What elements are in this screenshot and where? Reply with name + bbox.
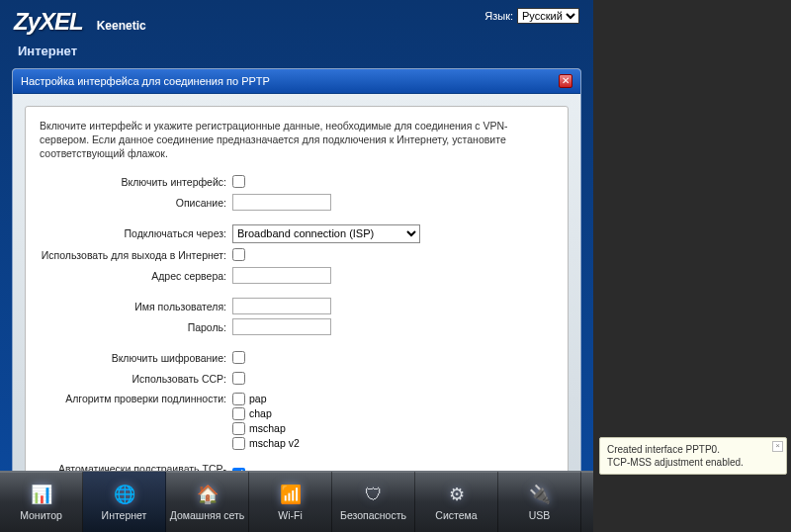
breadcrumb: Интернет bbox=[0, 40, 593, 68]
auth-algo-mschapv2[interactable]: mschap v2 bbox=[232, 437, 300, 450]
ccp-label: Использовать CCP: bbox=[40, 373, 232, 385]
nav-item-home[interactable]: 🏠Домашняя сеть bbox=[166, 472, 249, 532]
panel-titlebar: Настройка интерфейса для соединения по P… bbox=[13, 69, 580, 94]
panel-title-text: Настройка интерфейса для соединения по P… bbox=[21, 75, 270, 87]
encryption-label: Включить шифрование: bbox=[40, 352, 232, 364]
auth-algo-chap[interactable]: chap bbox=[232, 407, 300, 420]
ccp-checkbox[interactable] bbox=[232, 372, 245, 385]
nav-label-usb: USB bbox=[529, 509, 551, 521]
nav-item-wifi[interactable]: 📶Wi-Fi bbox=[249, 472, 332, 532]
toast-line1: Created interface PPTP0. bbox=[607, 443, 768, 456]
password-input[interactable] bbox=[232, 318, 331, 335]
server-address-input[interactable] bbox=[232, 267, 331, 284]
logo-area: ZyXEL Keenetic bbox=[14, 8, 146, 36]
wifi-icon: 📶 bbox=[277, 483, 305, 506]
auth-algo-pap[interactable]: pap bbox=[232, 393, 300, 405]
security-icon: 🛡 bbox=[360, 483, 388, 506]
username-input[interactable] bbox=[232, 298, 331, 314]
description-label: Описание: bbox=[40, 197, 232, 209]
settings-panel: Настройка интерфейса для соединения по P… bbox=[12, 68, 581, 532]
system-icon: ⚙ bbox=[443, 483, 471, 506]
language-selector: Язык: Русский bbox=[484, 8, 579, 24]
nav-label-wifi: Wi-Fi bbox=[278, 509, 303, 521]
nav-label-monitor: Монитор bbox=[20, 509, 62, 521]
notification-toast: × Created interface PPTP0. TCP-MSS adjus… bbox=[599, 437, 787, 475]
nav-item-system[interactable]: ⚙Система bbox=[415, 472, 498, 532]
nav-label-system: Система bbox=[435, 509, 477, 521]
username-label: Имя пользователя: bbox=[40, 301, 232, 312]
nav-item-usb[interactable]: 🔌USB bbox=[498, 472, 581, 532]
auth-algo-list: pap chap mschap mschap v2 bbox=[232, 391, 300, 450]
mschap-checkbox[interactable] bbox=[232, 422, 245, 435]
nav-item-security[interactable]: 🛡Безопасность bbox=[332, 472, 415, 532]
close-icon[interactable]: ✕ bbox=[559, 74, 572, 88]
internet-icon: 🌐 bbox=[111, 483, 138, 506]
model-name: Keenetic bbox=[97, 19, 146, 33]
nav-item-monitor[interactable]: 📊Монитор bbox=[0, 472, 83, 532]
enable-label: Включить интерфейс: bbox=[40, 176, 232, 188]
chap-checkbox[interactable] bbox=[232, 407, 245, 420]
panel-intro: Включите интерфейс и укажите регистрацио… bbox=[40, 119, 554, 161]
pap-checkbox[interactable] bbox=[232, 393, 245, 405]
password-label: Пароль: bbox=[40, 321, 232, 333]
use-for-internet-label: Использовать для выхода в Интернет: bbox=[40, 249, 232, 261]
mschapv2-checkbox[interactable] bbox=[232, 437, 245, 450]
connect-via-label: Подключаться через: bbox=[40, 227, 232, 239]
auth-algo-label: Алгоритм проверки подлинности: bbox=[40, 391, 232, 404]
nav-label-security: Безопасность bbox=[340, 509, 406, 521]
nav-label-home: Домашняя сеть bbox=[170, 509, 245, 521]
home-icon: 🏠 bbox=[194, 483, 221, 506]
use-for-internet-checkbox[interactable] bbox=[232, 248, 245, 261]
toast-close-icon[interactable]: × bbox=[772, 441, 783, 452]
form-container: Включите интерфейс и укажите регистрацио… bbox=[25, 106, 569, 525]
header: ZyXEL Keenetic Язык: Русский bbox=[0, 0, 593, 40]
usb-icon: 🔌 bbox=[526, 483, 554, 506]
panel-body: Включите интерфейс и укажите регистрацио… bbox=[13, 94, 580, 532]
app-window: ZyXEL Keenetic Язык: Русский Интернет На… bbox=[0, 0, 593, 532]
encryption-checkbox[interactable] bbox=[232, 351, 245, 364]
server-address-label: Адрес сервера: bbox=[40, 270, 232, 282]
bottom-nav: 📊Монитор🌐Интернет🏠Домашняя сеть📶Wi-Fi🛡Бе… bbox=[0, 471, 593, 532]
auth-algo-mschap[interactable]: mschap bbox=[232, 422, 300, 435]
description-input[interactable] bbox=[232, 194, 331, 211]
nav-label-internet: Интернет bbox=[102, 509, 147, 521]
language-label: Язык: bbox=[484, 10, 513, 22]
language-select[interactable]: Русский bbox=[517, 8, 579, 24]
toast-line2: TCP-MSS adjustment enabled. bbox=[607, 456, 768, 469]
enable-checkbox[interactable] bbox=[232, 175, 245, 188]
nav-item-internet[interactable]: 🌐Интернет bbox=[83, 472, 166, 532]
brand-logo: ZyXEL bbox=[14, 8, 83, 36]
connect-via-select[interactable]: Broadband connection (ISP) bbox=[232, 224, 420, 243]
monitor-icon: 📊 bbox=[28, 483, 55, 506]
